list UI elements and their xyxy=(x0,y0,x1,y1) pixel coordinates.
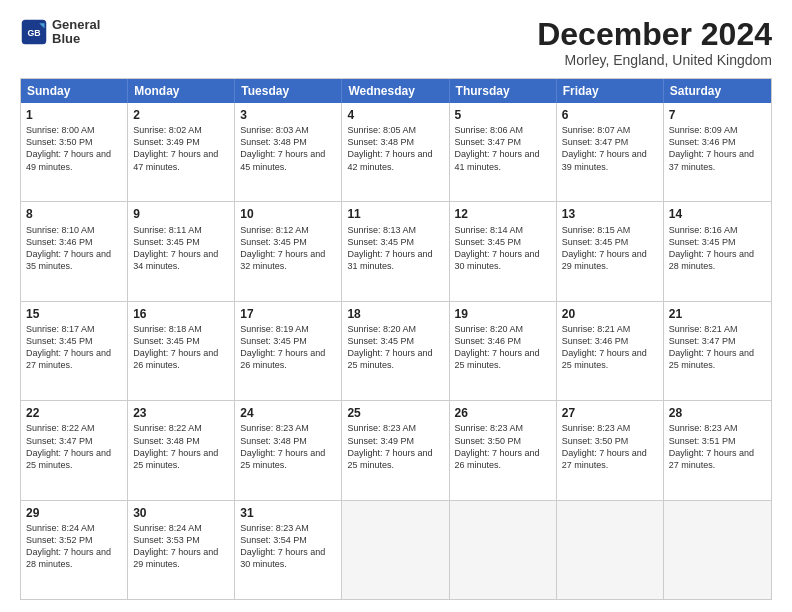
table-row: 6Sunrise: 8:07 AMSunset: 3:47 PMDaylight… xyxy=(557,103,664,201)
table-row: 11Sunrise: 8:13 AMSunset: 3:45 PMDayligh… xyxy=(342,202,449,300)
sun-info: Sunrise: 8:14 AMSunset: 3:45 PMDaylight:… xyxy=(455,224,551,273)
calendar-header: SundayMondayTuesdayWednesdayThursdayFrid… xyxy=(21,79,771,103)
table-row: 30Sunrise: 8:24 AMSunset: 3:53 PMDayligh… xyxy=(128,501,235,599)
sun-info: Sunrise: 8:13 AMSunset: 3:45 PMDaylight:… xyxy=(347,224,443,273)
day-header-tuesday: Tuesday xyxy=(235,79,342,103)
table-row: 19Sunrise: 8:20 AMSunset: 3:46 PMDayligh… xyxy=(450,302,557,400)
calendar-row-1: 8Sunrise: 8:10 AMSunset: 3:46 PMDaylight… xyxy=(21,201,771,300)
logo-text: General Blue xyxy=(52,18,100,47)
day-number: 29 xyxy=(26,505,122,521)
calendar-body: 1Sunrise: 8:00 AMSunset: 3:50 PMDaylight… xyxy=(21,103,771,599)
calendar-row-4: 29Sunrise: 8:24 AMSunset: 3:52 PMDayligh… xyxy=(21,500,771,599)
sun-info: Sunrise: 8:23 AMSunset: 3:48 PMDaylight:… xyxy=(240,422,336,471)
table-row: 14Sunrise: 8:16 AMSunset: 3:45 PMDayligh… xyxy=(664,202,771,300)
day-number: 10 xyxy=(240,206,336,222)
day-number: 17 xyxy=(240,306,336,322)
sun-info: Sunrise: 8:02 AMSunset: 3:49 PMDaylight:… xyxy=(133,124,229,173)
day-number: 26 xyxy=(455,405,551,421)
sun-info: Sunrise: 8:24 AMSunset: 3:53 PMDaylight:… xyxy=(133,522,229,571)
table-row: 26Sunrise: 8:23 AMSunset: 3:50 PMDayligh… xyxy=(450,401,557,499)
sun-info: Sunrise: 8:19 AMSunset: 3:45 PMDaylight:… xyxy=(240,323,336,372)
table-row: 28Sunrise: 8:23 AMSunset: 3:51 PMDayligh… xyxy=(664,401,771,499)
day-number: 12 xyxy=(455,206,551,222)
day-header-thursday: Thursday xyxy=(450,79,557,103)
calendar-row-3: 22Sunrise: 8:22 AMSunset: 3:47 PMDayligh… xyxy=(21,400,771,499)
table-row: 10Sunrise: 8:12 AMSunset: 3:45 PMDayligh… xyxy=(235,202,342,300)
table-row: 12Sunrise: 8:14 AMSunset: 3:45 PMDayligh… xyxy=(450,202,557,300)
day-number: 24 xyxy=(240,405,336,421)
day-number: 23 xyxy=(133,405,229,421)
location-subtitle: Morley, England, United Kingdom xyxy=(537,52,772,68)
day-number: 2 xyxy=(133,107,229,123)
sun-info: Sunrise: 8:23 AMSunset: 3:50 PMDaylight:… xyxy=(562,422,658,471)
day-number: 19 xyxy=(455,306,551,322)
table-row: 18Sunrise: 8:20 AMSunset: 3:45 PMDayligh… xyxy=(342,302,449,400)
day-number: 16 xyxy=(133,306,229,322)
sun-info: Sunrise: 8:23 AMSunset: 3:49 PMDaylight:… xyxy=(347,422,443,471)
sun-info: Sunrise: 8:20 AMSunset: 3:46 PMDaylight:… xyxy=(455,323,551,372)
sun-info: Sunrise: 8:21 AMSunset: 3:46 PMDaylight:… xyxy=(562,323,658,372)
day-number: 4 xyxy=(347,107,443,123)
table-row: 23Sunrise: 8:22 AMSunset: 3:48 PMDayligh… xyxy=(128,401,235,499)
sun-info: Sunrise: 8:00 AMSunset: 3:50 PMDaylight:… xyxy=(26,124,122,173)
sun-info: Sunrise: 8:23 AMSunset: 3:54 PMDaylight:… xyxy=(240,522,336,571)
day-number: 27 xyxy=(562,405,658,421)
table-row: 25Sunrise: 8:23 AMSunset: 3:49 PMDayligh… xyxy=(342,401,449,499)
day-number: 20 xyxy=(562,306,658,322)
sun-info: Sunrise: 8:24 AMSunset: 3:52 PMDaylight:… xyxy=(26,522,122,571)
day-number: 9 xyxy=(133,206,229,222)
day-number: 1 xyxy=(26,107,122,123)
sun-info: Sunrise: 8:16 AMSunset: 3:45 PMDaylight:… xyxy=(669,224,766,273)
sun-info: Sunrise: 8:12 AMSunset: 3:45 PMDaylight:… xyxy=(240,224,336,273)
sun-info: Sunrise: 8:10 AMSunset: 3:46 PMDaylight:… xyxy=(26,224,122,273)
table-row: 5Sunrise: 8:06 AMSunset: 3:47 PMDaylight… xyxy=(450,103,557,201)
svg-text:GB: GB xyxy=(27,28,40,38)
day-number: 5 xyxy=(455,107,551,123)
day-number: 13 xyxy=(562,206,658,222)
day-number: 7 xyxy=(669,107,766,123)
day-number: 14 xyxy=(669,206,766,222)
table-row: 15Sunrise: 8:17 AMSunset: 3:45 PMDayligh… xyxy=(21,302,128,400)
table-row: 21Sunrise: 8:21 AMSunset: 3:47 PMDayligh… xyxy=(664,302,771,400)
table-row: 2Sunrise: 8:02 AMSunset: 3:49 PMDaylight… xyxy=(128,103,235,201)
day-number: 22 xyxy=(26,405,122,421)
table-row: 4Sunrise: 8:05 AMSunset: 3:48 PMDaylight… xyxy=(342,103,449,201)
title-block: December 2024 Morley, England, United Ki… xyxy=(537,18,772,68)
sun-info: Sunrise: 8:07 AMSunset: 3:47 PMDaylight:… xyxy=(562,124,658,173)
table-row: 8Sunrise: 8:10 AMSunset: 3:46 PMDaylight… xyxy=(21,202,128,300)
table-row: 16Sunrise: 8:18 AMSunset: 3:45 PMDayligh… xyxy=(128,302,235,400)
calendar-page: GB General Blue December 2024 Morley, En… xyxy=(0,0,792,612)
month-title: December 2024 xyxy=(537,18,772,50)
calendar: SundayMondayTuesdayWednesdayThursdayFrid… xyxy=(20,78,772,600)
day-number: 25 xyxy=(347,405,443,421)
table-row: 13Sunrise: 8:15 AMSunset: 3:45 PMDayligh… xyxy=(557,202,664,300)
day-number: 11 xyxy=(347,206,443,222)
table-row xyxy=(450,501,557,599)
sun-info: Sunrise: 8:06 AMSunset: 3:47 PMDaylight:… xyxy=(455,124,551,173)
day-header-sunday: Sunday xyxy=(21,79,128,103)
table-row: 24Sunrise: 8:23 AMSunset: 3:48 PMDayligh… xyxy=(235,401,342,499)
day-number: 15 xyxy=(26,306,122,322)
sun-info: Sunrise: 8:05 AMSunset: 3:48 PMDaylight:… xyxy=(347,124,443,173)
table-row: 29Sunrise: 8:24 AMSunset: 3:52 PMDayligh… xyxy=(21,501,128,599)
day-header-saturday: Saturday xyxy=(664,79,771,103)
table-row: 31Sunrise: 8:23 AMSunset: 3:54 PMDayligh… xyxy=(235,501,342,599)
sun-info: Sunrise: 8:20 AMSunset: 3:45 PMDaylight:… xyxy=(347,323,443,372)
day-number: 31 xyxy=(240,505,336,521)
day-number: 6 xyxy=(562,107,658,123)
day-number: 21 xyxy=(669,306,766,322)
sun-info: Sunrise: 8:22 AMSunset: 3:48 PMDaylight:… xyxy=(133,422,229,471)
day-number: 18 xyxy=(347,306,443,322)
sun-info: Sunrise: 8:15 AMSunset: 3:45 PMDaylight:… xyxy=(562,224,658,273)
day-number: 28 xyxy=(669,405,766,421)
sun-info: Sunrise: 8:17 AMSunset: 3:45 PMDaylight:… xyxy=(26,323,122,372)
sun-info: Sunrise: 8:09 AMSunset: 3:46 PMDaylight:… xyxy=(669,124,766,173)
sun-info: Sunrise: 8:18 AMSunset: 3:45 PMDaylight:… xyxy=(133,323,229,372)
table-row: 27Sunrise: 8:23 AMSunset: 3:50 PMDayligh… xyxy=(557,401,664,499)
day-number: 3 xyxy=(240,107,336,123)
logo-icon: GB xyxy=(20,18,48,46)
logo: GB General Blue xyxy=(20,18,100,47)
sun-info: Sunrise: 8:21 AMSunset: 3:47 PMDaylight:… xyxy=(669,323,766,372)
sun-info: Sunrise: 8:23 AMSunset: 3:51 PMDaylight:… xyxy=(669,422,766,471)
table-row: 17Sunrise: 8:19 AMSunset: 3:45 PMDayligh… xyxy=(235,302,342,400)
